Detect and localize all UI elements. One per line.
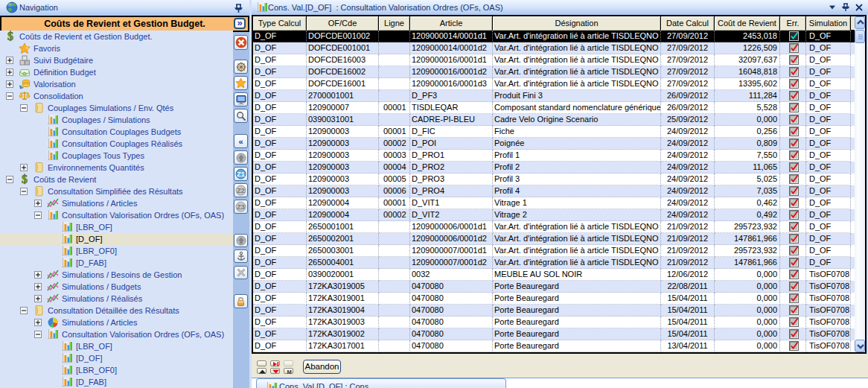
svg-text:$: $: [22, 174, 28, 185]
svg-text:$: $: [7, 31, 13, 42]
svg-text:M: M: [287, 369, 291, 375]
svg-text:Z3: Z3: [237, 203, 245, 211]
svg-text:Z2: Z2: [237, 187, 245, 194]
svg-text:Z1: Z1: [237, 171, 245, 178]
